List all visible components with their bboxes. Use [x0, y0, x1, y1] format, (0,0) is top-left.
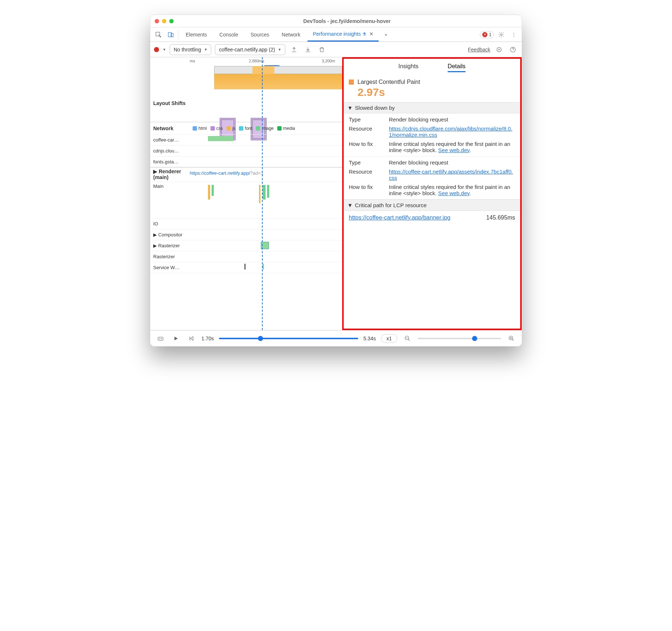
details-panel: Insights Details Largest Contentful Pain…: [344, 57, 522, 330]
tab-performance-insights[interactable]: Performance insights ⚗ ✕: [308, 27, 378, 42]
svg-rect-2: [171, 34, 173, 37]
zoom-out-icon[interactable]: [402, 333, 413, 344]
tab-details[interactable]: Details: [448, 63, 466, 72]
delete-icon[interactable]: [317, 44, 327, 55]
thread-row[interactable]: ▶ Compositor: [150, 229, 342, 240]
time-end: 5.34s: [363, 336, 376, 341]
rewind-icon[interactable]: [186, 333, 196, 344]
critical-path-row: https://coffee-cart.netlify.app/banner.j…: [344, 211, 520, 225]
svg-point-8: [159, 338, 160, 339]
main-thread-row[interactable]: Main: [150, 182, 342, 218]
overview-flame[interactable]: [150, 66, 342, 89]
see-web-dev-link[interactable]: See web.dev: [438, 147, 470, 153]
zoom-slider[interactable]: [418, 338, 501, 339]
thread-row[interactable]: Rasterizer: [150, 251, 342, 262]
panel-settings-icon[interactable]: [494, 44, 504, 55]
record-button[interactable]: [154, 47, 159, 52]
lcp-header: Largest Contentful Paint 2.97s: [344, 75, 520, 102]
import-icon[interactable]: [303, 44, 313, 55]
close-window-button[interactable]: [155, 19, 159, 23]
tab-insights[interactable]: Insights: [398, 63, 418, 72]
network-row[interactable]: cdnjs.clou…: [150, 146, 342, 156]
lcp-color-swatch: [349, 80, 354, 85]
svg-point-9: [161, 338, 162, 339]
devtools-window: DevTools - jec.fyi/demo/menu-hover Eleme…: [150, 15, 522, 347]
thread-row[interactable]: ▶ Rasterizer: [150, 240, 342, 251]
help-icon[interactable]: [508, 44, 518, 55]
layout-shifts-label: Layout Shifts: [150, 100, 190, 106]
error-icon: ✕: [482, 32, 487, 37]
network-legend: html css js font image media: [190, 124, 298, 133]
playback-footer: 1.70s 5.34s x1: [150, 330, 522, 346]
slowed-down-section[interactable]: ▼ Slowed down by: [344, 102, 520, 113]
device-toggle-icon[interactable]: [166, 30, 176, 40]
titlebar: DevTools - jec.fyi/demo/menu-hover: [150, 15, 522, 27]
slowed-block-2: TypeRender blocking request Resourcehttp…: [344, 156, 520, 200]
network-row[interactable]: coffee-car…: [150, 135, 342, 146]
error-badge[interactable]: ✕1: [480, 31, 494, 38]
throttle-select[interactable]: No throttling▼: [170, 44, 211, 55]
close-tab-icon[interactable]: ✕: [369, 31, 374, 37]
insights-toolbar: ▼ No throttling▼ coffee-cart.netlify.app…: [150, 42, 522, 57]
renderer-header[interactable]: ▶ Renderer (main) https://coffee-cart.ne…: [150, 167, 342, 182]
seek-slider[interactable]: [219, 338, 358, 339]
toggle-overview-icon[interactable]: [155, 333, 166, 344]
play-icon[interactable]: [171, 333, 181, 344]
record-dropdown-icon[interactable]: ▼: [163, 48, 166, 51]
tab-network[interactable]: Network: [277, 28, 305, 41]
export-icon[interactable]: [289, 44, 299, 55]
resource-link[interactable]: https://coffee-cart.netlify.app/assets/i…: [389, 169, 513, 181]
zoom-in-icon[interactable]: [506, 333, 517, 344]
speed-button[interactable]: x1: [381, 334, 397, 343]
experiment-icon: ⚗: [362, 32, 366, 37]
svg-point-5: [499, 49, 500, 50]
timeline-panel: ms 2,880ms 3,200m LCP Layout Shifts Netw…: [150, 57, 344, 330]
settings-icon[interactable]: [496, 30, 506, 40]
inspect-icon[interactable]: [153, 30, 163, 40]
resource-link[interactable]: https://cdnjs.cloudflare.com/ajax/libs/n…: [389, 125, 513, 138]
thread-row[interactable]: Service W…: [150, 262, 342, 273]
recording-select[interactable]: coffee-cart.netlify.app (2)▼: [215, 44, 285, 55]
feedback-link[interactable]: Feedback: [468, 47, 490, 53]
kebab-menu-icon[interactable]: ⋮: [509, 30, 519, 40]
maximize-window-button[interactable]: [169, 19, 174, 23]
svg-rect-7: [158, 337, 163, 340]
critical-resource-link[interactable]: https://coffee-cart.netlify.app/banner.j…: [349, 214, 451, 221]
see-web-dev-link[interactable]: See web.dev: [438, 190, 470, 196]
content-area: ms 2,880ms 3,200m LCP Layout Shifts Netw…: [150, 57, 522, 330]
tab-console[interactable]: Console: [214, 28, 243, 41]
lcp-time-value: 2.97s: [358, 86, 515, 98]
thread-row[interactable]: IO: [150, 218, 342, 229]
svg-point-3: [501, 34, 502, 35]
svg-point-4: [497, 47, 501, 52]
renderer-url-link[interactable]: https://coffee-cart.netlify.app/: [190, 170, 250, 176]
tab-sources[interactable]: Sources: [246, 28, 274, 41]
window-title: DevTools - jec.fyi/demo/menu-hover: [177, 18, 517, 24]
critical-path-section[interactable]: ▼ Critical path for LCP resource: [344, 200, 520, 211]
tab-elements[interactable]: Elements: [181, 28, 212, 41]
network-row[interactable]: fonts.gsta…: [150, 156, 342, 167]
details-tabs: Insights Details: [344, 59, 520, 75]
network-lane-header[interactable]: Network html css js font image media: [150, 122, 342, 135]
minimize-window-button[interactable]: [162, 19, 166, 23]
main-tabbar: Elements Console Sources Network Perform…: [150, 27, 522, 42]
time-start: 1.70s: [201, 336, 214, 341]
more-tabs-icon[interactable]: »: [381, 30, 391, 40]
critical-resource-time: 145.695ms: [486, 214, 515, 221]
slowed-block-1: TypeRender blocking request Resourcehttp…: [344, 113, 520, 156]
time-marker-line: [262, 57, 263, 330]
